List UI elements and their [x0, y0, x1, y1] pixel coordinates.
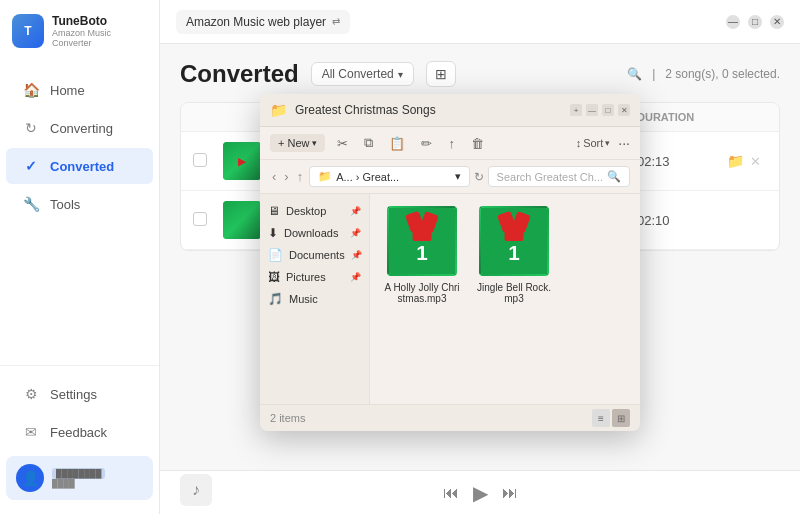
refresh-button[interactable]: ↻	[474, 170, 484, 184]
sort-chevron: ▾	[605, 138, 610, 148]
sort-icon: ↕	[576, 137, 582, 149]
maximize-button[interactable]: □	[748, 15, 762, 29]
fe-sidebar-item-documents[interactable]: 📄 Documents 📌	[260, 244, 369, 266]
delete-icon[interactable]: 🗑	[467, 134, 488, 153]
file-count: 2 items	[270, 412, 305, 424]
fe-sidebar-item-music-label: Music	[289, 293, 318, 305]
file-item-1[interactable]: 1 A Holly Jolly Christmas.mp3	[382, 206, 462, 304]
content-area: Converted All Converted ▾ ⊞ 🔍 | 2 song(s…	[160, 44, 800, 514]
row2-checkbox[interactable]	[193, 212, 223, 229]
delete-icon[interactable]: ✕	[750, 154, 761, 169]
svg-text:1: 1	[508, 241, 520, 264]
svg-rect-9	[505, 227, 524, 241]
sort-label: Sort	[583, 137, 603, 149]
fe-maximize-button[interactable]: □	[602, 104, 614, 116]
desktop-icon: 🖥	[268, 204, 280, 218]
fe-minimize-button[interactable]: —	[586, 104, 598, 116]
new-button[interactable]: + New ▾	[270, 134, 325, 152]
path-folder-icon: 📁	[318, 170, 332, 183]
source-selector[interactable]: Amazon Music web player ⇄	[176, 10, 350, 34]
file-item-2[interactable]: 1 Jingle Bell Rock.mp3	[474, 206, 554, 304]
search-bar[interactable]: Search Greatest Ch... 🔍	[488, 166, 630, 187]
tools-icon: 🔧	[22, 195, 40, 213]
song-count: 2 song(s), 0 selected.	[665, 67, 780, 81]
open-folder-icon[interactable]: 📁	[727, 153, 744, 169]
view-toggle-button[interactable]: ⊞	[426, 61, 456, 87]
fe-sidebar-item-downloads-label: Downloads	[284, 227, 338, 239]
share-icon[interactable]: ↑	[444, 134, 459, 153]
file-explorer-body: 🖥 Desktop 📌 ⬇ Downloads 📌 📄 Documents 📌	[260, 194, 640, 404]
music-note-button[interactable]: ♪	[180, 474, 212, 506]
file-explorer-title: Greatest Christmas Songs	[295, 103, 562, 117]
sidebar-item-tools[interactable]: 🔧 Tools	[6, 186, 153, 222]
sidebar-item-settings[interactable]: ⚙ Settings	[6, 376, 153, 412]
converting-icon: ↻	[22, 119, 40, 137]
content-header: Converted All Converted ▾ ⊞ 🔍 | 2 song(s…	[180, 60, 780, 88]
paste-icon[interactable]: 📋	[385, 134, 409, 153]
music-icon: 🎵	[268, 292, 283, 306]
fe-sidebar: 🖥 Desktop 📌 ⬇ Downloads 📌 📄 Documents 📌	[260, 194, 370, 404]
file-thumb-1: 1	[387, 206, 457, 276]
up-button[interactable]: ↑	[295, 167, 306, 186]
back-button[interactable]: ‹	[270, 167, 278, 186]
file-name-1: A Holly Jolly Christmas.mp3	[382, 282, 462, 304]
sidebar-item-converted[interactable]: ✓ Converted	[6, 148, 153, 184]
sidebar-item-home[interactable]: 🏠 Home	[6, 72, 153, 108]
search-icon[interactable]: 🔍	[627, 67, 642, 81]
file-explorer-statusbar: 2 items ≡ ⊞	[260, 404, 640, 431]
fe-files-area: 1 A Holly Jolly Christmas.mp3	[370, 194, 640, 404]
topbar: Amazon Music web player ⇄ — □ ✕	[160, 0, 800, 44]
sidebar-item-feedback[interactable]: ✉ Feedback	[6, 414, 153, 450]
minimize-button[interactable]: —	[726, 15, 740, 29]
downloads-icon: ⬇	[268, 226, 278, 240]
file-explorer-toolbar: + New ▾ ✂ ⧉ 📋 ✏ ↑ 🗑 ↕ Sort ▾ ···	[260, 127, 640, 160]
sidebar-item-converting[interactable]: ↻ Converting	[6, 110, 153, 146]
app-subtitle: Amazon Music Converter	[52, 28, 147, 48]
logo-text: TuneBoto Amazon Music Converter	[52, 14, 147, 48]
file-explorer-nav: ‹ › ↑ 📁 A... › Great... ▾ ↻ Search Great…	[260, 160, 640, 194]
fe-new-tab-button[interactable]: +	[570, 104, 582, 116]
svg-text:1: 1	[416, 241, 428, 264]
col-actions	[727, 111, 767, 123]
sidebar-item-converting-label: Converting	[50, 121, 113, 136]
fe-sidebar-item-downloads[interactable]: ⬇ Downloads 📌	[260, 222, 369, 244]
pin-icon: 📌	[350, 206, 361, 216]
path-bar[interactable]: 📁 A... › Great... ▾	[309, 166, 469, 187]
sidebar-item-settings-label: Settings	[50, 387, 97, 402]
svg-rect-3	[413, 227, 432, 241]
grid-view-button[interactable]: ⊞	[612, 409, 630, 427]
pictures-icon: 🖼	[268, 270, 280, 284]
user-profile[interactable]: 👤 ████████ ████	[6, 456, 153, 500]
play-button[interactable]: ▶	[473, 481, 488, 505]
search-placeholder: Search Greatest Ch...	[497, 171, 603, 183]
sort-button[interactable]: ↕ Sort ▾	[576, 137, 611, 149]
cut-icon[interactable]: ✂	[333, 134, 352, 153]
sidebar-item-converted-label: Converted	[50, 159, 114, 174]
previous-button[interactable]: ⏮	[443, 484, 459, 502]
user-email: ████████	[52, 468, 105, 479]
fe-sidebar-item-music[interactable]: 🎵 Music	[260, 288, 369, 310]
fe-close-button[interactable]: ✕	[618, 104, 630, 116]
row2-duration: 02:10	[637, 213, 727, 228]
rename-icon[interactable]: ✏	[417, 134, 436, 153]
copy-icon[interactable]: ⧉	[360, 133, 377, 153]
next-button[interactable]: ⏭	[502, 484, 518, 502]
pin-icon: 📌	[350, 272, 361, 282]
row1-checkbox[interactable]	[193, 153, 223, 170]
more-options-icon[interactable]: ···	[618, 135, 630, 151]
pin-icon: 📌	[350, 228, 361, 238]
view-toggle-buttons: ≡ ⊞	[592, 409, 630, 427]
sidebar-nav: 🏠 Home ↻ Converting ✓ Converted 🔧 Tools	[0, 62, 159, 365]
user-plan: ████	[52, 479, 105, 488]
sidebar-item-feedback-label: Feedback	[50, 425, 107, 440]
path-chevron: ▾	[455, 170, 461, 183]
fe-sidebar-item-desktop[interactable]: 🖥 Desktop 📌	[260, 200, 369, 222]
close-button[interactable]: ✕	[770, 15, 784, 29]
forward-button[interactable]: ›	[282, 167, 290, 186]
row1-duration: 02:13	[637, 154, 727, 169]
fe-sidebar-item-desktop-label: Desktop	[286, 205, 326, 217]
filter-dropdown[interactable]: All Converted ▾	[311, 62, 414, 86]
list-view-button[interactable]: ≡	[592, 409, 610, 427]
fe-sidebar-item-pictures[interactable]: 🖼 Pictures 📌	[260, 266, 369, 288]
song-thumbnail: ▶	[223, 142, 261, 180]
